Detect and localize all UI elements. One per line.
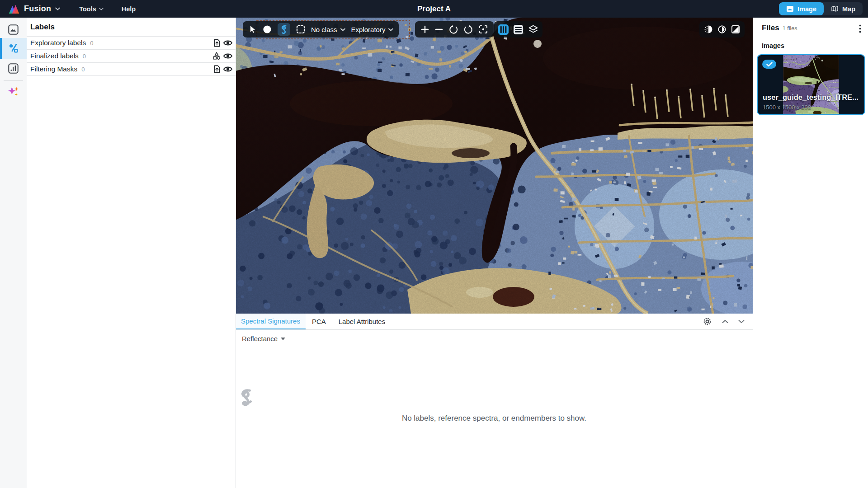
analysis-tabs: Spectral Signatures PCA Label Attributes <box>236 314 753 330</box>
file-upload-icon[interactable] <box>212 64 222 74</box>
label-row-finalized[interactable]: Finalized labels 0 <box>27 50 236 63</box>
map-view-button[interactable]: Map <box>824 2 863 15</box>
cursor-tool[interactable] <box>248 25 257 34</box>
analysis-panel: Spectral Signatures PCA Label Attributes… <box>236 314 753 488</box>
selected-check-icon[interactable] <box>762 60 776 69</box>
squiggle-empty-icon <box>236 388 256 407</box>
label-row-exploratory[interactable]: Exploratory labels 0 <box>27 37 236 50</box>
rotate-cw-icon[interactable] <box>463 24 473 34</box>
panel-collapse-up-icon[interactable] <box>722 319 728 324</box>
rail-item-analytics[interactable] <box>0 59 27 78</box>
draw-squiggle-tool[interactable] <box>278 23 290 36</box>
rail-item-labeling[interactable] <box>0 38 27 59</box>
left-icon-rail <box>0 18 27 488</box>
map-icon <box>831 5 839 12</box>
center-focus-icon[interactable] <box>478 24 488 34</box>
image-view-button[interactable]: Image <box>779 2 824 15</box>
invert-split-icon[interactable] <box>731 24 741 34</box>
viewer-zoom-toolbar <box>415 21 494 38</box>
panel-settings-gear-icon[interactable] <box>703 317 712 326</box>
label-set-dropdown[interactable]: Exploratory <box>351 26 394 33</box>
chevron-down-icon <box>99 8 104 10</box>
empty-state: No labels, reference spectra, or endmemb… <box>236 388 753 423</box>
fusion-logo-icon <box>8 4 20 14</box>
kebab-menu-icon[interactable] <box>857 23 863 34</box>
columns-view-icon[interactable] <box>498 24 509 35</box>
tab-pca[interactable]: PCA <box>306 314 332 329</box>
chevron-down-icon <box>388 28 393 31</box>
file-card[interactable]: user_guide_testing_ITRE... 1500 x 1500 x… <box>757 54 865 115</box>
image-viewer: No class Exploratory <box>236 18 753 314</box>
eye-icon[interactable] <box>223 64 233 74</box>
viewer-toolbar: No class Exploratory <box>243 21 399 38</box>
empty-message: No labels, reference spectra, or endmemb… <box>236 414 753 423</box>
circle-brush-tool[interactable] <box>263 25 272 34</box>
brand-name: Fusion <box>24 4 51 14</box>
labels-panel: Labels Exploratory labels 0 Finalized la… <box>27 18 236 488</box>
rotate-ccw-icon[interactable] <box>448 24 458 34</box>
images-section-heading: Images <box>753 34 868 49</box>
caret-down-icon <box>281 338 285 340</box>
layers-view-icon[interactable] <box>528 24 539 35</box>
sparkles-icon <box>7 85 19 98</box>
image-canvas[interactable] <box>236 18 753 314</box>
shapes-icon[interactable] <box>212 51 222 61</box>
eye-icon[interactable] <box>223 51 233 61</box>
project-title: Project A <box>417 0 451 18</box>
tab-label-attributes[interactable]: Label Attributes <box>332 314 392 329</box>
files-title: Files <box>762 23 779 33</box>
class-dropdown[interactable]: No class <box>311 26 345 33</box>
files-panel: Files 1 files Images user_guide_testing_… <box>753 18 868 488</box>
file-dimensions: 1500 x 1500 x 208 <box>763 104 811 111</box>
contrast-dither-icon[interactable] <box>703 24 713 34</box>
top-bar: Fusion Tools Help Project A Image <box>0 0 868 18</box>
brand-menu[interactable]: Fusion <box>8 4 60 14</box>
scatter-label-icon <box>8 42 19 54</box>
tab-spectral-signatures[interactable]: Spectral Signatures <box>236 314 306 329</box>
zoom-out-icon[interactable] <box>434 25 443 34</box>
file-upload-icon[interactable] <box>212 38 222 48</box>
rail-item-images[interactable] <box>0 21 27 38</box>
file-name: user_guide_testing_ITRE... <box>763 93 861 102</box>
files-count: 1 files <box>783 25 857 32</box>
image-icon <box>8 24 19 35</box>
chevron-down-icon <box>340 28 345 31</box>
chevron-down-icon <box>55 7 60 10</box>
rows-view-icon[interactable] <box>513 24 524 35</box>
view-toggle: Image Map <box>779 2 863 15</box>
panel-collapse-down-icon[interactable] <box>738 319 745 324</box>
y-axis-dropdown[interactable]: Reflectance <box>242 335 285 343</box>
eye-icon[interactable] <box>223 38 233 48</box>
app-window: Fusion Tools Help Project A Image <box>0 0 868 488</box>
brightness-contrast-icon[interactable] <box>717 24 727 34</box>
zoom-in-icon[interactable] <box>420 25 429 34</box>
rail-item-assistant[interactable] <box>0 82 27 101</box>
marquee-select-tool[interactable] <box>296 25 305 34</box>
label-row-filtering-masks[interactable]: Filtering Masks 0 <box>27 63 236 76</box>
labels-panel-title: Labels <box>27 18 236 37</box>
bar-chart-icon <box>8 63 19 74</box>
menu-help[interactable]: Help <box>122 5 136 13</box>
rail-divider <box>4 80 23 81</box>
menu-tools[interactable]: Tools <box>79 5 104 13</box>
image-icon <box>786 5 794 12</box>
viewer-viewmode-toolbar <box>494 21 542 38</box>
viewer-adjust-toolbar <box>699 21 745 38</box>
